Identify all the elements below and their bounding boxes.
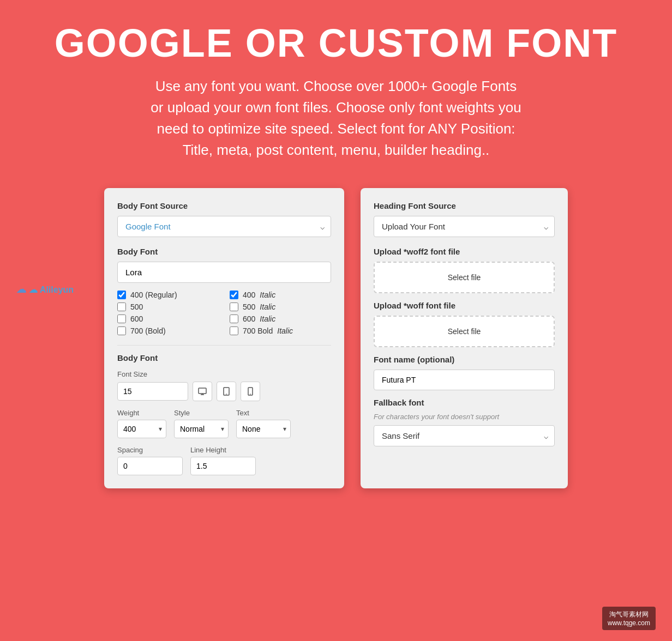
- select-woff-btn[interactable]: Select file: [448, 327, 481, 336]
- subtitle: Use any font you want. Choose over 1000+…: [44, 76, 628, 161]
- upload-woff-label: Upload *woff font file: [374, 301, 555, 310]
- cb-400-italic[interactable]: [230, 291, 238, 299]
- cb-700-bold[interactable]: [117, 326, 126, 335]
- spacing-group: Spacing: [117, 446, 183, 475]
- text-group: Text None Uppercase Lowercase ▾: [236, 409, 291, 438]
- watermark-br: 淘气哥素材网 www.tqge.com: [602, 607, 656, 630]
- font-size-input[interactable]: [117, 382, 188, 401]
- right-panel: Heading Font Source Upload Your Font Goo…: [361, 188, 568, 488]
- cb-500-italic[interactable]: [230, 303, 238, 311]
- weight-group: Weight 400 500 600 700 ▾: [117, 409, 166, 438]
- tablet-icon: [222, 387, 231, 396]
- spacing-row: Spacing Line Height: [117, 446, 331, 475]
- checkboxes-grid: 400 (Regular) 400 Italic 500 500 Italic …: [117, 291, 331, 335]
- fallback-hint: For characters your font doesn't support: [374, 413, 555, 421]
- upload-woff2-label: Upload *woff2 font file: [374, 247, 555, 256]
- cloud-icon: ☁: [16, 284, 26, 295]
- font-size-btn-1[interactable]: [193, 382, 212, 401]
- weight-select[interactable]: 400 500 600 700: [117, 420, 166, 438]
- upload-woff-box[interactable]: Select file: [374, 316, 555, 347]
- cb-600[interactable]: [117, 315, 126, 323]
- watermark-url: www.tqge.com: [608, 619, 650, 627]
- fallback-font-select[interactable]: Sans Serif Serif Monospace: [374, 425, 555, 446]
- weight-style-row: Weight 400 500 600 700 ▾ Style: [117, 409, 331, 438]
- weight-select-wrapper: 400 500 600 700 ▾: [117, 420, 166, 438]
- body-font-source-select[interactable]: Google Font Upload Your Font: [117, 216, 331, 237]
- checkbox-500-italic[interactable]: 500 Italic: [230, 303, 331, 311]
- font-name-input[interactable]: [374, 370, 555, 390]
- monitor-icon: [198, 387, 207, 396]
- body-font-settings-section: Body Font Font Size: [117, 353, 331, 475]
- text-label: Text: [236, 409, 291, 417]
- watermark-tl: ☁ ☁ Alileyun: [16, 283, 74, 295]
- spacing-input[interactable]: [117, 457, 183, 475]
- heading-font-source-select[interactable]: Upload Your Font Google Font: [374, 216, 555, 237]
- line-height-group: Line Height: [190, 446, 256, 475]
- style-select[interactable]: Normal Italic: [174, 420, 229, 438]
- watermark-site-name: 淘气哥素材网: [608, 610, 650, 619]
- weight-label: Weight: [117, 409, 166, 417]
- mobile-icon: [246, 387, 255, 396]
- body-font-settings-label: Body Font: [117, 353, 331, 362]
- font-size-label: Font Size: [117, 370, 331, 378]
- body-font-source-wrapper: Google Font Upload Your Font ⌵: [117, 216, 331, 237]
- cb-500[interactable]: [117, 303, 126, 311]
- cb-400-regular[interactable]: [117, 291, 126, 299]
- svg-rect-0: [199, 388, 206, 394]
- font-size-btn-3[interactable]: [241, 382, 260, 401]
- style-select-wrapper: Normal Italic ▾: [174, 420, 229, 438]
- checkbox-700-bold[interactable]: 700 (Bold): [117, 326, 219, 335]
- left-panel: Body Font Source Google Font Upload Your…: [104, 188, 344, 488]
- style-label: Style: [174, 409, 229, 417]
- cb-700-bold-italic[interactable]: [230, 326, 238, 335]
- select-woff2-btn[interactable]: Select file: [448, 273, 481, 282]
- checkbox-600-italic[interactable]: 600 Italic: [230, 315, 331, 323]
- panels-container: Body Font Source Google Font Upload Your…: [0, 177, 672, 521]
- fallback-font-wrapper: Sans Serif Serif Monospace ⌵: [374, 425, 555, 446]
- body-font-label: Body Font: [117, 247, 331, 256]
- heading-font-source-wrapper: Upload Your Font Google Font ⌵: [374, 216, 555, 237]
- body-font-input[interactable]: [117, 262, 331, 283]
- text-select[interactable]: None Uppercase Lowercase: [236, 420, 291, 438]
- font-size-row: [117, 382, 331, 401]
- line-height-label: Line Height: [190, 446, 256, 454]
- style-group: Style Normal Italic ▾: [174, 409, 229, 438]
- checkbox-600[interactable]: 600: [117, 315, 219, 323]
- divider-1: [117, 345, 331, 346]
- body-font-source-label: Body Font Source: [117, 201, 331, 210]
- text-select-wrapper: None Uppercase Lowercase ▾: [236, 420, 291, 438]
- svg-point-4: [226, 394, 227, 395]
- font-size-btn-2[interactable]: [217, 382, 236, 401]
- spacing-label: Spacing: [117, 446, 183, 454]
- upload-woff2-box[interactable]: Select file: [374, 262, 555, 293]
- checkbox-700-bold-italic[interactable]: 700 Bold Italic: [230, 326, 331, 335]
- fallback-font-label: Fallback font: [374, 398, 555, 407]
- line-height-input[interactable]: [190, 457, 256, 475]
- checkbox-400-italic[interactable]: 400 Italic: [230, 291, 331, 299]
- checkbox-500[interactable]: 500: [117, 303, 219, 311]
- font-name-label: Font name (optional): [374, 355, 555, 364]
- svg-point-6: [250, 394, 251, 395]
- cb-600-italic[interactable]: [230, 315, 238, 323]
- checkbox-400-regular[interactable]: 400 (Regular): [117, 291, 219, 299]
- main-title: GOOGLE OR CUSTOM FONT: [44, 22, 628, 65]
- header-section: GOOGLE OR CUSTOM FONT Use any font you w…: [0, 0, 672, 177]
- heading-font-source-label: Heading Font Source: [374, 201, 555, 210]
